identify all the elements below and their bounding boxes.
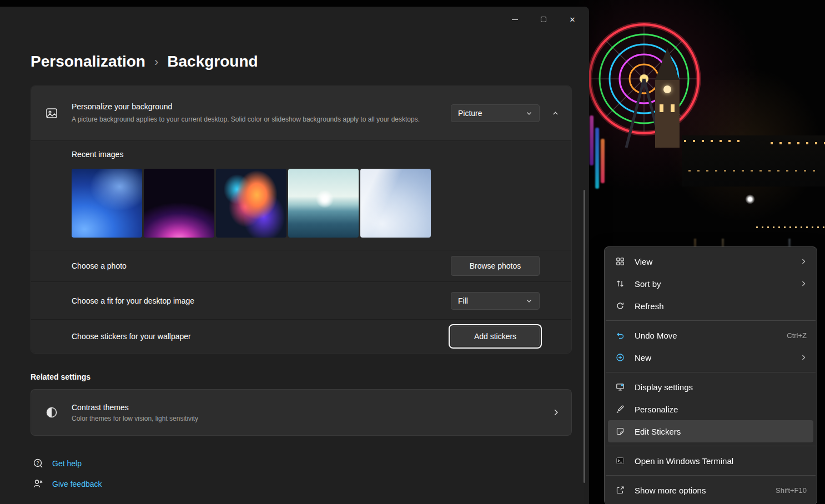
choose-photo-label: Choose a photo [31,261,451,270]
menu-item-label: Show more options [635,486,767,495]
card-text: Contrast themes Color themes for low vis… [72,403,540,422]
menu-item-view[interactable]: View [608,250,813,273]
expander-collapse-button[interactable] [540,110,571,117]
titlebar: ✕ [0,7,589,33]
background-expander: Personalize your background A picture ba… [31,85,572,354]
choose-photo-row: Choose a photo Browse photos [31,250,571,281]
choose-stickers-label: Choose stickers for your wallpaper [31,332,451,341]
menu-item-edit-stickers[interactable]: Edit Stickers [608,420,813,442]
menu-separator [606,475,816,476]
minimize-icon [512,19,518,20]
add-stickers-button[interactable]: Add stickers [451,326,540,346]
give-feedback-label: Give feedback [52,480,102,488]
submenu-chevron-icon [800,354,807,361]
church-tower [653,48,682,148]
recent-images-label: Recent images [72,150,571,159]
footer-links: ? Get help Give feedback [31,458,572,490]
menu-item-label: Personalize [635,405,807,414]
menu-item-personalize[interactable]: Personalize [608,398,813,420]
give-feedback-link[interactable]: Give feedback [33,478,572,490]
menu-separator [606,320,816,321]
card-text: Personalize your background A picture ba… [72,102,451,125]
choose-fit-row: Choose a fit for your desktop image Fill [31,281,571,319]
recent-image-dark-glow-purple[interactable] [144,169,214,238]
scrollbar[interactable] [583,190,585,483]
menu-item-refresh[interactable]: Refresh [608,295,813,317]
contrast-icon [31,406,72,419]
desktop-context-menu: View Sort by Refresh [604,246,817,504]
breadcrumb: Personalization › Background [31,50,572,73]
neon-streak [601,139,605,183]
settings-window: ✕ Personalization › Background Personali… [0,7,589,504]
page-title-background: Background [167,53,258,70]
terminal-icon [615,456,626,465]
recent-image-beach-sunrise[interactable] [288,169,359,238]
undo-icon [615,331,626,340]
building-lights [771,142,825,144]
menu-item-label: Edit Stickers [635,427,807,436]
dropdown-value: Fill [458,296,468,305]
building-lights [688,170,822,172]
menu-item-display-settings[interactable]: Display settings [608,376,813,398]
get-help-label: Get help [52,459,82,468]
open-external-icon [615,486,626,495]
neon-streak [595,128,599,189]
dropdown-value: Picture [458,109,482,118]
menu-item-label: View [635,257,791,266]
paintbrush-icon [615,405,626,414]
feedback-icon [33,478,44,490]
contrast-themes-card[interactable]: Contrast themes Color themes for low vis… [31,389,572,436]
menu-item-label: Undo Move [635,331,778,340]
menu-shortcut: Shift+F10 [776,486,807,495]
help-icon: ? [33,458,44,469]
chevron-down-icon [526,298,532,304]
submenu-chevron-icon [800,258,807,265]
picture-icon [31,107,72,120]
menu-item-new[interactable]: New [608,346,813,369]
submenu-chevron-icon [800,280,807,287]
recent-image-abstract-ribbon[interactable] [216,169,286,238]
svg-text:?: ? [37,460,39,466]
menu-item-sort-by[interactable]: Sort by [608,273,813,295]
minimize-button[interactable] [500,7,529,32]
chevron-up-icon [552,110,559,117]
breadcrumb-chevron-icon: › [154,54,158,69]
recent-images-row [72,169,571,238]
chevron-right-icon [540,409,571,416]
menu-item-label: Open in Windows Terminal [635,456,807,466]
browse-photos-button[interactable]: Browse photos [451,256,540,276]
choose-fit-label: Choose a fit for your desktop image [31,296,451,305]
menu-item-label: New [635,353,791,362]
choose-stickers-row: Choose stickers for your wallpaper Add s… [31,319,571,353]
menu-item-open-windows-terminal[interactable]: Open in Windows Terminal [608,450,813,472]
new-plus-icon [615,353,626,362]
card-title: Personalize your background [72,102,442,111]
sticker-icon [615,427,626,436]
maximize-button[interactable] [529,7,558,32]
breadcrumb-personalization[interactable]: Personalization [31,53,145,70]
menu-item-undo-move[interactable]: Undo Move Ctrl+Z [608,324,813,346]
fit-dropdown[interactable]: Fill [451,292,540,310]
contrast-themes-subtitle: Color themes for low vision, light sensi… [72,415,540,422]
recent-image-bloom-light[interactable] [360,169,431,238]
close-button[interactable]: ✕ [558,7,587,32]
string-lights [756,226,825,228]
personalize-background-card: Personalize your background A picture ba… [31,86,571,140]
background-type-dropdown[interactable]: Picture [451,104,540,122]
menu-item-label: Display settings [635,382,807,392]
get-help-link[interactable]: ? Get help [33,458,572,469]
menu-item-label: Sort by [635,279,791,289]
window-controls: ✕ [500,7,587,32]
view-grid-icon [615,257,626,266]
recent-image-windows-bloom-blue[interactable] [72,169,142,238]
related-settings-heading: Related settings [31,372,572,381]
close-icon: ✕ [570,16,576,23]
card-description: A picture background applies to your cur… [72,114,427,125]
menu-separator [606,372,816,372]
maximize-icon [541,17,546,22]
menu-item-show-more-options[interactable]: Show more options Shift+F10 [608,479,813,501]
recent-images-section: Recent images [31,140,571,250]
contrast-themes-title: Contrast themes [72,403,540,412]
street-lamp-glow [745,194,755,204]
building-lights [684,140,745,142]
